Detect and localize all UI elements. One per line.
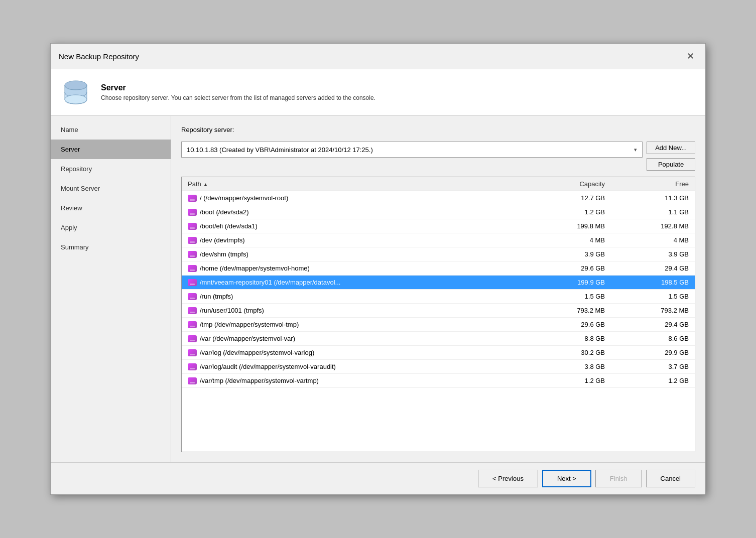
- content-area: Name Server Repository Mount Server Revi…: [51, 116, 705, 462]
- svg-point-1: [65, 95, 87, 104]
- disk-icon: [188, 377, 197, 384]
- header-description: Choose repository server. You can select…: [101, 94, 375, 101]
- free-cell: 1.1 GB: [611, 205, 695, 219]
- table-row[interactable]: /dev/shm (tmpfs)3.9 GB3.9 GB: [182, 247, 695, 261]
- free-cell: 11.3 GB: [611, 191, 695, 205]
- table-row[interactable]: /boot/efi (/dev/sda1)199.8 MB192.8 MB: [182, 219, 695, 233]
- title-bar: New Backup Repository ✕: [51, 44, 705, 69]
- close-button[interactable]: ✕: [684, 50, 697, 63]
- sidebar-item-summary[interactable]: Summary: [51, 237, 171, 257]
- sidebar-item-name[interactable]: Name: [51, 120, 171, 140]
- free-cell: 198.5 GB: [611, 276, 695, 290]
- table-row[interactable]: /tmp (/dev/mapper/systemvol-tmp)29.6 GB2…: [182, 318, 695, 332]
- cancel-button[interactable]: Cancel: [646, 470, 695, 487]
- capacity-cell: 12.7 GB: [527, 191, 611, 205]
- main-content: Repository server: 10.10.1.83 (Created b…: [171, 116, 705, 462]
- sidebar-item-mount-server[interactable]: Mount Server: [51, 179, 171, 198]
- previous-button[interactable]: < Previous: [478, 470, 538, 487]
- next-button[interactable]: Next >: [542, 470, 591, 487]
- capacity-cell: 3.9 GB: [527, 247, 611, 261]
- path-value: / (/dev/mapper/systemvol-root): [200, 194, 288, 202]
- sidebar: Name Server Repository Mount Server Revi…: [51, 116, 171, 462]
- path-value: /dev/shm (tmpfs): [200, 250, 248, 258]
- capacity-cell: 29.6 GB: [527, 318, 611, 332]
- table-header-row: Path ▲ Capacity Free: [182, 177, 695, 191]
- table-row[interactable]: /var (/dev/mapper/systemvol-var)8.8 GB8.…: [182, 332, 695, 346]
- table-row[interactable]: /var/log (/dev/mapper/systemvol-varlog)3…: [182, 346, 695, 360]
- disk-icon: [188, 335, 197, 342]
- path-cell: /run/user/1001 (tmpfs): [182, 304, 527, 318]
- capacity-cell: 4 MB: [527, 233, 611, 247]
- free-cell: 29.4 GB: [611, 318, 695, 332]
- path-cell: /var/log (/dev/mapper/systemvol-varlog): [182, 346, 527, 360]
- table-row[interactable]: /run (tmpfs)1.5 GB1.5 GB: [182, 290, 695, 304]
- sidebar-item-repository[interactable]: Repository: [51, 159, 171, 179]
- capacity-cell: 1.2 GB: [527, 205, 611, 219]
- free-cell: 8.6 GB: [611, 332, 695, 346]
- path-cell: /boot/efi (/dev/sda1): [182, 219, 527, 233]
- repo-server-value: 10.10.1.83 (Created by VBR\Administrator…: [187, 146, 373, 154]
- capacity-cell: 29.6 GB: [527, 261, 611, 276]
- free-cell: 29.4 GB: [611, 261, 695, 276]
- disk-icon: [188, 307, 197, 314]
- header-text: Server Choose repository server. You can…: [101, 83, 375, 101]
- free-cell: 3.7 GB: [611, 360, 695, 374]
- path-cell: /tmp (/dev/mapper/systemvol-tmp): [182, 318, 527, 332]
- dialog-title: New Backup Repository: [59, 52, 139, 61]
- add-new-button[interactable]: Add New...: [647, 142, 695, 154]
- path-cell: / (/dev/mapper/systemvol-root): [182, 191, 527, 205]
- disk-icon: [188, 293, 197, 300]
- table-row[interactable]: / (/dev/mapper/systemvol-root)12.7 GB11.…: [182, 191, 695, 205]
- disk-icon: [188, 349, 197, 356]
- path-cell: /var/log/audit (/dev/mapper/systemvol-va…: [182, 360, 527, 374]
- table-row[interactable]: /var/tmp (/dev/mapper/systemvol-vartmp)1…: [182, 374, 695, 388]
- free-cell: 192.8 MB: [611, 219, 695, 233]
- table-row[interactable]: /dev (devtmpfs)4 MB4 MB: [182, 233, 695, 247]
- free-cell: 793.2 MB: [611, 304, 695, 318]
- sort-icon: ▲: [203, 182, 208, 187]
- path-value: /run (tmpfs): [200, 293, 233, 300]
- capacity-cell: 30.2 GB: [527, 346, 611, 360]
- path-value: /tmp (/dev/mapper/systemvol-tmp): [200, 321, 299, 328]
- repo-server-row: 10.10.1.83 (Created by VBR\Administrator…: [181, 142, 695, 171]
- finish-button[interactable]: Finish: [595, 470, 642, 487]
- populate-button[interactable]: Populate: [647, 158, 695, 171]
- capacity-cell: 1.2 GB: [527, 374, 611, 388]
- header-icon: [61, 77, 91, 107]
- capacity-cell: 1.5 GB: [527, 290, 611, 304]
- table-row[interactable]: /run/user/1001 (tmpfs)793.2 MB793.2 MB: [182, 304, 695, 318]
- path-cell: /dev/shm (tmpfs): [182, 247, 527, 261]
- disk-icon: [188, 223, 197, 230]
- repo-server-label: Repository server:: [181, 126, 695, 133]
- path-value: /run/user/1001 (tmpfs): [200, 307, 264, 314]
- free-cell: 1.5 GB: [611, 290, 695, 304]
- path-value: /boot/efi (/dev/sda1): [200, 222, 258, 230]
- header-section: Server Choose repository server. You can…: [51, 69, 705, 116]
- table-row[interactable]: /var/log/audit (/dev/mapper/systemvol-va…: [182, 360, 695, 374]
- path-value: /var/log (/dev/mapper/systemvol-varlog): [200, 349, 314, 356]
- paths-table: Path ▲ Capacity Free / (/dev/mapper/syst…: [182, 177, 695, 388]
- right-buttons: Add New... Populate: [647, 142, 695, 171]
- disk-icon: [188, 195, 197, 202]
- path-cell: /var/tmp (/dev/mapper/systemvol-vartmp): [182, 374, 527, 388]
- col-free: Free: [611, 177, 695, 191]
- dialog: New Backup Repository ✕ Server Choose re…: [50, 43, 706, 495]
- sidebar-item-server[interactable]: Server: [51, 140, 171, 159]
- table-row[interactable]: /home (/dev/mapper/systemvol-home)29.6 G…: [182, 261, 695, 276]
- table-row[interactable]: /boot (/dev/sda2)1.2 GB1.1 GB: [182, 205, 695, 219]
- path-cell: /boot (/dev/sda2): [182, 205, 527, 219]
- path-cell: /dev (devtmpfs): [182, 233, 527, 247]
- capacity-cell: 793.2 MB: [527, 304, 611, 318]
- path-value: /var (/dev/mapper/systemvol-var): [200, 335, 295, 342]
- path-value: /var/log/audit (/dev/mapper/systemvol-va…: [200, 363, 336, 370]
- database-icon: [62, 78, 90, 106]
- sidebar-item-review[interactable]: Review: [51, 198, 171, 218]
- repo-server-dropdown[interactable]: 10.10.1.83 (Created by VBR\Administrator…: [181, 142, 643, 158]
- sidebar-item-apply[interactable]: Apply: [51, 218, 171, 237]
- dropdown-arrow-icon: ▾: [634, 147, 637, 153]
- path-value: /boot (/dev/sda2): [200, 208, 249, 216]
- disk-icon: [188, 363, 197, 370]
- table-row[interactable]: /mnt/veeam-repository01 (/dev/mapper/dat…: [182, 276, 695, 290]
- path-value: /mnt/veeam-repository01 (/dev/mapper/dat…: [200, 279, 340, 286]
- free-cell: 29.9 GB: [611, 346, 695, 360]
